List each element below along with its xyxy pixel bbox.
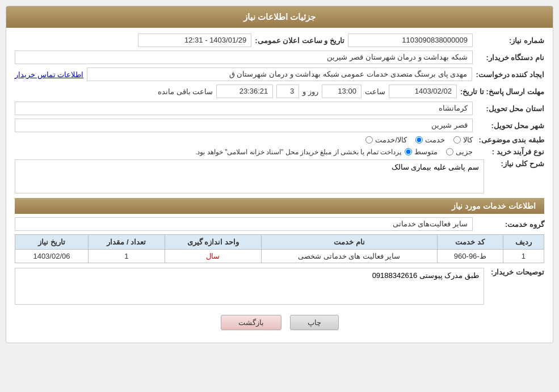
- motavaset-label: متوسط: [414, 147, 438, 156]
- button-row: چاپ بازگشت: [15, 308, 544, 337]
- mohlat-saat-label: ساعت: [365, 87, 385, 96]
- jozi-label: جزیی: [456, 147, 473, 156]
- mohlat-label: مهلت ارسال پاسخ: تا تاریخ:: [460, 87, 544, 96]
- tabaqe-khedmat-radio[interactable]: [415, 136, 423, 144]
- farayand-note: پرداخت تمام یا بخشی از مبلغ خریداز محل "…: [195, 148, 401, 156]
- description-value[interactable]: [15, 268, 484, 305]
- motavaset-radio[interactable]: [405, 148, 412, 155]
- services-table: ردیف کد خدمت نام خدمت واحد اندازه گیری ت…: [15, 234, 544, 263]
- tarikh-saat-label: تاریخ و ساعت اعلان عمومی:: [255, 36, 344, 45]
- mohlat-remaining-label: ساعت باقی مانده: [158, 87, 213, 96]
- ijad-konande-label: ایجاد کننده درخواست:: [476, 70, 544, 79]
- print-button[interactable]: چاپ: [290, 315, 339, 330]
- table-row: 1ط-96-960سایر فعالیت های خدماتی شخصیسال1…: [15, 250, 544, 263]
- tabaqe-options: کالا خدمت کالا/خدمت: [365, 136, 473, 144]
- nam-dastgah-value: شبکه بهداشت و درمان شهرستان قصر شیرین: [15, 50, 473, 64]
- mohlat-rooz: 3: [276, 85, 299, 98]
- tabaqe-kala-khedmat-label: کالا/خدمت: [375, 136, 407, 144]
- cell-unit: سال: [165, 250, 261, 263]
- tabaqe-label: طبقه بندی موضوعی:: [476, 136, 544, 144]
- sharh-value[interactable]: [15, 159, 484, 193]
- jozi-radio[interactable]: [446, 148, 453, 155]
- tabaqe-kala-khedmat-radio[interactable]: [365, 136, 373, 144]
- tabaqe-khedmat-label: خدمت: [425, 136, 445, 144]
- shomara-niaz-value: 1103090838000009: [348, 33, 473, 47]
- col-count: تعداد / مقدار: [88, 235, 165, 250]
- mohlat-rooz-label: روز و: [302, 87, 318, 96]
- shahr-value: قصر شیرین: [15, 119, 473, 132]
- services-section-header: اطلاعات خدمات مورد نیاز: [15, 198, 544, 214]
- cell-name: سایر فعالیت های خدماتی شخصی: [261, 250, 437, 263]
- col-date: تاریخ نیاز: [15, 235, 89, 250]
- ijad-konande-value: مهدی پای برستگ متصدی خدمات عمومی شبکه به…: [87, 68, 472, 81]
- ostan-label: استان محل تحویل:: [476, 104, 544, 113]
- mohlat-remaining: 23:36:21: [216, 85, 273, 98]
- back-button[interactable]: بازگشت: [221, 315, 281, 330]
- nooe-farayand-label: نوع فرآیند خرید :: [476, 147, 544, 156]
- col-name: نام خدمت: [261, 235, 437, 250]
- tabaqe-kala-label: کالا: [463, 136, 473, 144]
- grohe-label: گروه خدمت:: [476, 220, 544, 229]
- grohe-value: سایر فعالیت‌های خدماتی: [15, 217, 473, 231]
- shahr-label: شهر محل تحویل:: [476, 121, 544, 130]
- mohlat-saat: 13:00: [322, 85, 362, 98]
- page-title: جزئیات اطلاعات نیاز: [6, 6, 553, 28]
- sharh-label: شرح کلی نیاز:: [487, 159, 544, 168]
- col-radif: ردیف: [503, 235, 544, 250]
- mohlat-date: 1403/02/02: [389, 85, 457, 98]
- ijad-konande-link[interactable]: اطلاعات تماس خریدار: [15, 70, 83, 79]
- ostan-value: کرمانشاه: [15, 102, 473, 115]
- description-label: توصیحات خریدار:: [487, 268, 544, 276]
- cell-code: ط-96-960: [437, 250, 503, 263]
- col-code: کد خدمت: [437, 235, 503, 250]
- nooe-farayand-options: جزیی متوسط: [405, 147, 473, 156]
- tabaqe-kala-radio[interactable]: [453, 136, 461, 144]
- cell-count: 1: [88, 250, 165, 263]
- cell-radif: 1: [503, 250, 544, 263]
- col-unit: واحد اندازه گیری: [165, 235, 261, 250]
- nam-dastgah-label: نام دستگاه خریدار:: [476, 53, 544, 62]
- shomara-niaz-label: شماره نیاز:: [476, 36, 544, 45]
- tarikh-saat-value: 1403/01/29 - 12:31: [138, 33, 251, 47]
- cell-date: 1403/02/06: [15, 250, 89, 263]
